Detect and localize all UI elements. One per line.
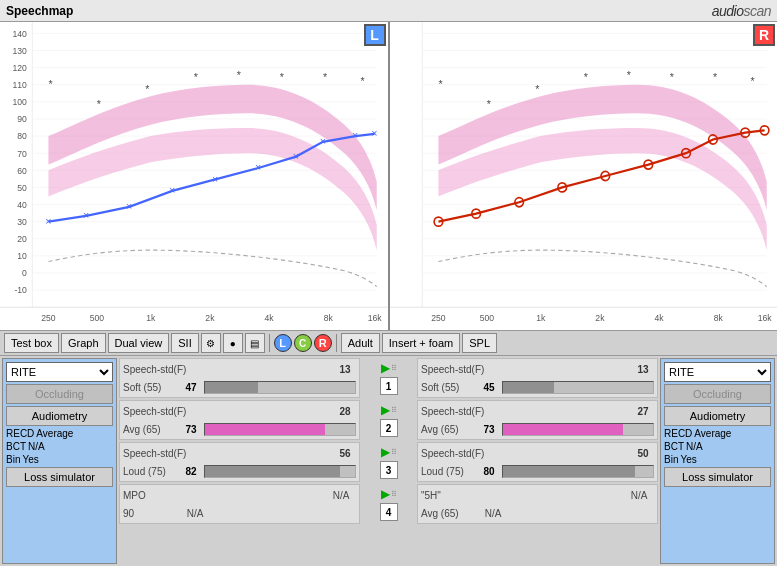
l-90-label-4: 90 xyxy=(123,508,178,519)
bct-val: N/A xyxy=(28,441,45,452)
recd-val: Average xyxy=(36,428,73,439)
l-button[interactable]: L xyxy=(364,24,386,46)
left-loss-sim-btn[interactable]: Loss simulator xyxy=(6,467,113,487)
svg-text:60: 60 xyxy=(17,165,27,175)
r-avg65-val-4: N/A xyxy=(478,508,508,519)
l-90-val-4: N/A xyxy=(180,508,210,519)
svg-text:1k: 1k xyxy=(146,313,156,323)
spl-button[interactable]: SPL xyxy=(462,333,497,353)
left-device-select[interactable]: RITE xyxy=(6,362,113,382)
r-speech-std-2: Speech-std(F) xyxy=(421,406,630,417)
svg-text:*: * xyxy=(438,78,443,90)
svg-text:×: × xyxy=(126,200,132,212)
r-bar-fill-1 xyxy=(503,382,554,393)
l-soft-val-1: 47 xyxy=(180,382,202,393)
svg-text:×: × xyxy=(169,184,175,196)
svg-text:16k: 16k xyxy=(757,313,771,323)
svg-text:500: 500 xyxy=(90,313,104,323)
right-recd-val: Average xyxy=(694,428,731,439)
play-btn-3[interactable]: ▶ xyxy=(381,445,390,459)
l-avg-val-2: 73 xyxy=(180,424,202,435)
svg-text:*: * xyxy=(626,69,631,81)
right-loss-sim-btn[interactable]: Loss simulator xyxy=(664,467,771,487)
dots-btn-3[interactable]: ⠿ xyxy=(391,448,397,457)
r-circle-button[interactable]: R xyxy=(314,334,332,352)
play-btn-4[interactable]: ▶ xyxy=(381,487,390,501)
insert-foam-button[interactable]: Insert + foam xyxy=(382,333,461,353)
right-bin-label: Bin xyxy=(664,454,678,465)
left-device-dropdown[interactable]: RITE xyxy=(6,362,113,382)
dots-btn-2[interactable]: ⠿ xyxy=(391,406,397,415)
dots-btn-1[interactable]: ⠿ xyxy=(391,364,397,373)
svg-text:*: * xyxy=(194,71,199,83)
r-avg-label-2: Avg (65) xyxy=(421,424,476,435)
sii-button[interactable]: SII xyxy=(171,333,198,353)
l-circle-button[interactable]: L xyxy=(274,334,292,352)
svg-text:80: 80 xyxy=(17,131,27,141)
svg-text:500: 500 xyxy=(479,313,493,323)
r-5h-label-4: "5H" xyxy=(421,490,622,501)
svg-text:*: * xyxy=(669,71,674,83)
svg-text:*: * xyxy=(145,82,150,94)
main-toolbar: Test box Graph Dual view SII ⚙ ● ▤ L C R… xyxy=(0,330,777,356)
r-bar-fill-3 xyxy=(503,466,635,477)
right-bct-label: BCT xyxy=(664,441,684,452)
r-avg-val-2: 73 xyxy=(478,424,500,435)
toolbar-separator2 xyxy=(336,334,337,352)
right-recd-row: RECD Average xyxy=(664,428,771,439)
l-bar-fill-2 xyxy=(205,424,325,435)
svg-text:30: 30 xyxy=(17,217,27,227)
adult-button[interactable]: Adult xyxy=(341,333,380,353)
app-header: Speechmap audioscan xyxy=(0,0,777,22)
graphs-area: L xyxy=(0,22,777,330)
test-box-button[interactable]: Test box xyxy=(4,333,59,353)
svg-text:*: * xyxy=(361,74,366,86)
svg-text:2k: 2k xyxy=(595,313,605,323)
svg-text:110: 110 xyxy=(13,80,27,90)
l-speech-std-3: Speech-std(F) xyxy=(123,448,332,459)
r-loud-label-3: Loud (75) xyxy=(421,466,476,477)
right-graph-svg: * * * * * * * * 250 500 1k 2k 4k 8k 16k xyxy=(390,22,778,330)
right-bct-row: BCT N/A xyxy=(664,441,771,452)
svg-text:4k: 4k xyxy=(654,313,664,323)
left-graph-svg: 140 130 120 110 100 90 80 70 60 50 40 30… xyxy=(0,22,388,330)
svg-text:×: × xyxy=(83,209,89,221)
svg-text:130: 130 xyxy=(13,46,27,56)
print-icon[interactable]: ▤ xyxy=(245,333,265,353)
play-btn-2[interactable]: ▶ xyxy=(381,403,390,417)
l-speech-std-1: Speech-std(F) xyxy=(123,364,332,375)
r-soft-label-1: Soft (55) xyxy=(421,382,476,393)
graph-button[interactable]: Graph xyxy=(61,333,106,353)
svg-text:×: × xyxy=(320,135,326,147)
right-device-select[interactable]: RITE xyxy=(664,362,771,382)
right-bct-val: N/A xyxy=(686,441,703,452)
r-soft-val-1: 45 xyxy=(478,382,500,393)
l-val-1: 13 xyxy=(334,364,356,375)
right-device-dropdown[interactable]: RITE xyxy=(664,362,771,382)
l-mpo-val-4: N/A xyxy=(326,490,356,501)
l-speech-std-2: Speech-std(F) xyxy=(123,406,332,417)
l-val-2: 28 xyxy=(334,406,356,417)
svg-text:*: * xyxy=(486,97,491,109)
settings-icon[interactable]: ⚙ xyxy=(201,333,221,353)
svg-text:20: 20 xyxy=(17,234,27,244)
r-val-3: 50 xyxy=(632,448,654,459)
l-bar-1 xyxy=(204,381,356,394)
r-button[interactable]: R xyxy=(753,24,775,46)
left-audiometry-btn[interactable]: Audiometry xyxy=(6,406,113,426)
left-occluding-btn[interactable]: Occluding xyxy=(6,384,113,404)
play-btn-1[interactable]: ▶ xyxy=(381,361,390,375)
bct-label: BCT xyxy=(6,441,26,452)
l-val-3: 56 xyxy=(334,448,356,459)
l-bar-2 xyxy=(204,423,356,436)
right-graph-panel: R xyxy=(390,22,778,330)
l-avg-label-2: Avg (65) xyxy=(123,424,178,435)
svg-text:*: * xyxy=(535,82,540,94)
record-icon[interactable]: ● xyxy=(223,333,243,353)
dots-btn-4[interactable]: ⠿ xyxy=(391,490,397,499)
c-circle-button[interactable]: C xyxy=(294,334,312,352)
num-badge-3: 3 xyxy=(380,461,398,479)
right-occluding-btn[interactable]: Occluding xyxy=(664,384,771,404)
right-audiometry-btn[interactable]: Audiometry xyxy=(664,406,771,426)
dual-view-button[interactable]: Dual view xyxy=(108,333,170,353)
